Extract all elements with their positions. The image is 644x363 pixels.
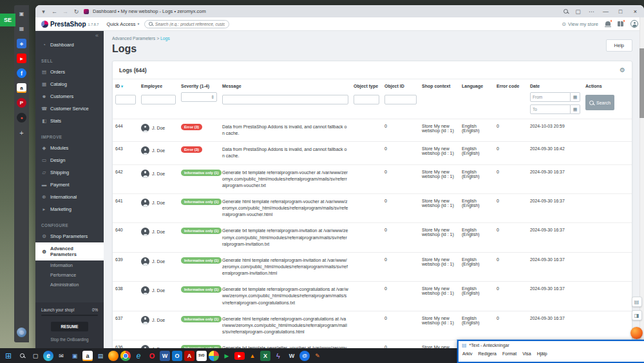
sidebar-profile-icon[interactable]: ◎ [17,328,26,337]
scrollbar-thumb[interactable] [639,48,644,118]
filter-object-id-input[interactable] [384,95,417,104]
pinned-site-icon[interactable]: ● [17,113,26,123]
taskbar-icon-outlook[interactable]: O [172,351,182,361]
view-store-link[interactable]: ⊙ View my store [562,21,598,27]
back-icon[interactable]: ← [51,8,58,15]
column-header-id[interactable]: ID ▾ [113,79,138,91]
tabs-icon[interactable]: ▣ [17,9,26,19]
taskbar-icon-media-player[interactable]: ▶ [221,350,232,362]
taskbar-icon-mail[interactable]: ✉ [55,350,67,362]
taskbar-icon-thunderbird[interactable]: @ [299,351,310,361]
filter-object-type-input[interactable] [354,95,379,104]
forward-icon[interactable]: → [62,8,69,15]
pinned-site-icon[interactable]: P [17,98,26,108]
sidebar-item-payment[interactable]: ▬ Payment [35,179,104,191]
taskbar-icon-word[interactable]: W [160,351,170,361]
sidebar-item-international[interactable]: ⊕ International [35,191,104,203]
sidebar-item-stats[interactable]: ◧ Stats [35,115,104,127]
taskbar-icon-opera[interactable]: O [146,350,158,362]
menu-edit[interactable]: Redigera [478,351,497,356]
gift-button[interactable] [618,21,624,27]
sidebar-item-design[interactable]: ▭ Design [35,154,104,166]
menu-view[interactable]: Visa [522,351,531,356]
sidebar-item-customers[interactable]: ☻ Customers [35,90,104,103]
sidebar-item-customer-service[interactable]: ☎ Customer Service [35,103,104,115]
refresh-icon[interactable]: ↻ [73,8,80,15]
filter-id-input[interactable] [115,95,136,104]
close-button[interactable]: × [631,8,639,15]
split-screen-icon[interactable]: ▢ [574,8,582,15]
onboarding-avatar[interactable] [630,327,643,339]
taskbar-icon-paint[interactable] [209,351,219,361]
submenu-item-information[interactable]: Information [35,260,104,270]
breadcrumb-current[interactable]: Logs [160,36,170,41]
taskbar-icon-svd[interactable]: SVD [196,351,207,361]
panel-widget-button[interactable]: ◨ [632,310,642,320]
sidebar-item-shipping[interactable]: ▱ Shipping [35,166,104,179]
profile-avatar[interactable] [630,20,638,28]
facebook-icon[interactable]: f [17,68,26,78]
chat-widget-button[interactable]: ▤ [632,297,642,307]
menu-help[interactable]: Hjälp [537,351,547,356]
taskbar-icon-vlc[interactable]: ▲ [247,350,258,362]
submenu-item-administration[interactable]: Administration [35,280,104,289]
sidebar-item-modules[interactable]: ◆ Modules [35,142,104,154]
filter-message-input[interactable] [222,95,348,104]
help-button[interactable]: Help [606,39,632,52]
tab-menu-icon[interactable]: ▾ [40,8,47,15]
more-icon[interactable]: ⋯ [588,8,595,15]
resume-button[interactable]: RESUME [51,322,89,331]
grid-icon[interactable]: ▦ [17,24,26,34]
taskbar-icon-excel[interactable]: X [260,351,270,361]
filter-severity-select[interactable]: ⇕ [181,92,217,102]
search-input[interactable] [155,22,225,26]
notepad-titlebar[interactable]: ▤ *Text - Anteckningar [459,341,644,349]
taskbar-icon-chrome[interactable] [120,351,131,361]
gear-icon[interactable]: ⚙ [620,66,625,74]
filter-date-to-input[interactable] [530,104,571,114]
find-icon[interactable] [564,9,568,14]
sidebar-item-dashboard[interactable]: ◔ Dashboard [35,39,104,51]
stop-onboarding-link[interactable]: Stop the OnBoarding [41,337,98,342]
sidebar-item-shop-parameters[interactable]: ⚙ Shop Parameters [35,230,104,242]
filter-employee-input[interactable] [141,95,176,104]
quick-access-menu[interactable]: Quick Access ▾ [106,21,139,27]
filter-date-from-input[interactable] [530,92,571,102]
menu-file[interactable]: Arkiv [462,351,473,356]
taskbar-icon-edge[interactable]: e [43,351,53,361]
menu-format[interactable]: Format [502,351,516,356]
calendar-icon[interactable]: ▦ [571,104,580,114]
search-button[interactable]: Search [585,95,614,110]
pinned-site-icon[interactable]: ◆ [17,39,26,48]
sidebar-item-marketing[interactable]: ▸ Marketing [35,203,104,215]
taskbar-search-button[interactable] [16,350,28,362]
start-button[interactable]: ⊞ [3,350,14,362]
prestashop-logo[interactable]: PrestaShop 1.7.8.7 [41,21,99,28]
taskbar-icon-firefox[interactable] [108,351,118,361]
sidebar-item-advanced-parameters[interactable]: ⚙ Advanced Parameters [35,242,104,260]
minimize-button[interactable]: — [601,8,610,15]
submenu-item-performance[interactable]: Performance [35,270,104,280]
taskbar-icon-notepad[interactable]: ▤ [95,350,106,362]
taskbar-icon-youtube[interactable]: ▶ [234,352,245,360]
notifications-bell-button[interactable] [605,21,611,27]
amazon-icon[interactable]: a [17,83,26,93]
browser-titlebar[interactable]: ▾ ← → ↻ Dashboard • My new webshop - Log… [35,5,644,17]
youtube-icon[interactable]: ▶ [17,54,26,63]
taskbar-icon-pen[interactable]: ✎ [312,350,323,362]
sidebar-item-orders[interactable]: ▤ Orders [35,66,104,78]
sidebar-collapse-icon[interactable]: « [35,31,104,39]
taskbar-icon-amazon[interactable]: a [82,351,93,361]
sidebar-item-catalog[interactable]: ▦ Catalog [35,78,104,90]
taskbar-icon-ie[interactable]: e [133,350,144,362]
taskbar-icon-bolt[interactable]: ϟ [272,350,284,362]
taskbar-icon-wikipedia[interactable]: W [286,350,298,362]
taskbar-icon-acrobat[interactable]: A [184,351,194,361]
notepad-window[interactable]: ▤ *Text - Anteckningar Arkiv Redigera Fo… [457,340,644,363]
maximize-button[interactable]: □ [616,8,625,15]
taskbar-icon-photos[interactable]: ▣ [69,350,80,362]
global-search[interactable] [144,20,229,28]
add-icon[interactable]: + [17,128,26,137]
task-view-button[interactable]: ▢ [30,350,41,362]
calendar-icon[interactable]: ▦ [571,92,580,102]
